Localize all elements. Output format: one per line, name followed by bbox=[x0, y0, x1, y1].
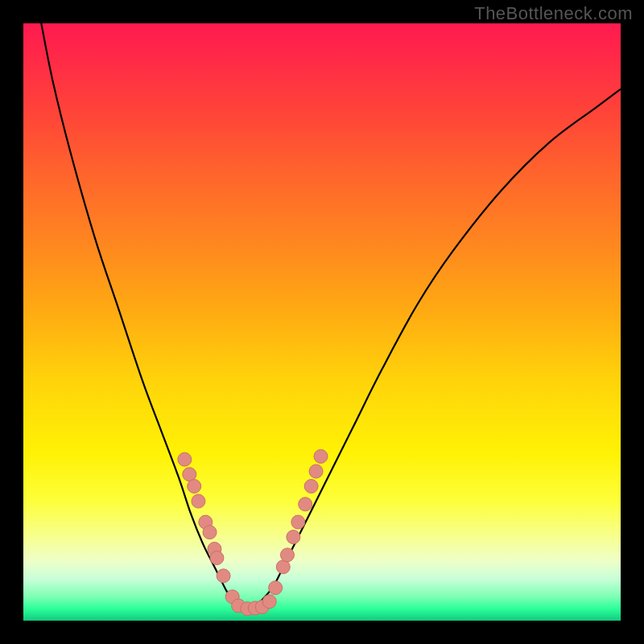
watermark-text: TheBottleneck.com bbox=[474, 3, 633, 24]
data-point bbox=[192, 494, 205, 508]
data-point bbox=[291, 515, 305, 529]
chart-container: TheBottleneck.com bbox=[0, 0, 644, 644]
curve-lines bbox=[41, 23, 621, 609]
data-point bbox=[314, 449, 328, 463]
data-point bbox=[280, 548, 294, 562]
bottleneck-curve-left bbox=[41, 23, 244, 609]
data-point bbox=[262, 595, 276, 609]
data-point bbox=[287, 530, 300, 544]
data-point bbox=[304, 480, 318, 493]
curve-svg bbox=[23, 23, 621, 621]
plot-area bbox=[23, 23, 621, 621]
data-point bbox=[299, 497, 312, 511]
data-point bbox=[210, 551, 224, 565]
data-point bbox=[269, 581, 283, 595]
highlighted-points bbox=[178, 449, 328, 615]
data-point bbox=[188, 480, 201, 493]
data-point bbox=[178, 452, 192, 466]
bottleneck-curve-right bbox=[245, 89, 621, 609]
data-point bbox=[217, 569, 230, 583]
data-point bbox=[309, 464, 323, 478]
data-point bbox=[203, 526, 217, 539]
